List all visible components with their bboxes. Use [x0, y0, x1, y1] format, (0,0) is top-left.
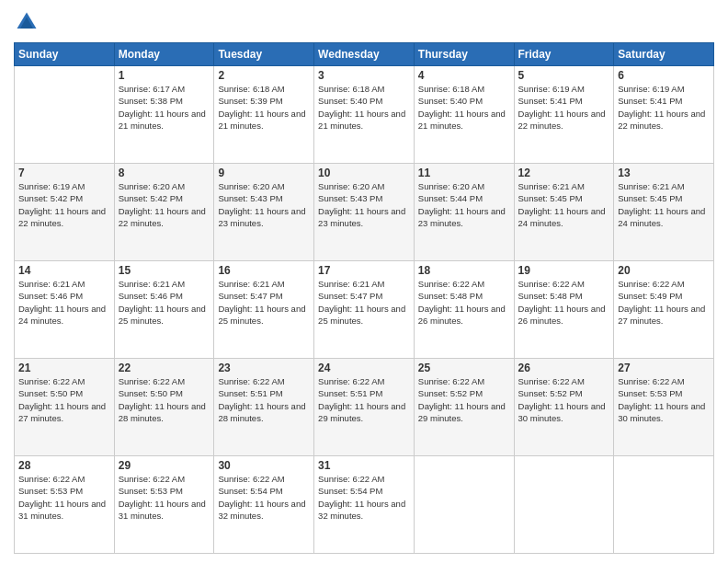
day-cell: 15Sunrise: 6:21 AMSunset: 5:46 PMDayligh… — [114, 261, 214, 359]
day-cell: 3Sunrise: 6:18 AMSunset: 5:40 PMDaylight… — [314, 66, 415, 164]
day-info: Sunrise: 6:21 AMSunset: 5:46 PMDaylight:… — [119, 278, 210, 327]
day-number: 21 — [18, 362, 110, 374]
day-cell: 30Sunrise: 6:22 AMSunset: 5:54 PMDayligh… — [214, 456, 314, 554]
day-info: Sunrise: 6:21 AMSunset: 5:45 PMDaylight:… — [518, 180, 610, 229]
day-number: 3 — [318, 69, 410, 82]
day-number: 14 — [18, 264, 110, 277]
day-number: 6 — [618, 69, 710, 82]
day-number: 10 — [318, 167, 410, 179]
day-cell — [15, 66, 115, 164]
day-cell: 7Sunrise: 6:19 AMSunset: 5:42 PMDaylight… — [15, 164, 115, 261]
day-info: Sunrise: 6:22 AMSunset: 5:53 PMDaylight:… — [119, 473, 210, 522]
day-number: 26 — [518, 362, 610, 374]
day-info: Sunrise: 6:19 AMSunset: 5:41 PMDaylight:… — [618, 83, 710, 132]
day-info: Sunrise: 6:22 AMSunset: 5:49 PMDaylight:… — [618, 278, 710, 327]
day-number: 7 — [18, 167, 110, 179]
day-cell: 16Sunrise: 6:21 AMSunset: 5:47 PMDayligh… — [214, 261, 314, 359]
day-number: 12 — [518, 167, 610, 179]
day-cell: 29Sunrise: 6:22 AMSunset: 5:53 PMDayligh… — [114, 456, 214, 554]
day-number: 28 — [18, 459, 110, 472]
header-cell-tuesday: Tuesday — [214, 43, 314, 66]
day-cell: 19Sunrise: 6:22 AMSunset: 5:48 PMDayligh… — [514, 261, 614, 359]
day-cell: 27Sunrise: 6:22 AMSunset: 5:53 PMDayligh… — [614, 359, 714, 456]
day-info: Sunrise: 6:22 AMSunset: 5:50 PMDaylight:… — [119, 375, 210, 424]
logo — [14, 9, 43, 35]
day-info: Sunrise: 6:22 AMSunset: 5:50 PMDaylight:… — [18, 375, 110, 424]
day-cell: 12Sunrise: 6:21 AMSunset: 5:45 PMDayligh… — [514, 164, 614, 261]
day-info: Sunrise: 6:21 AMSunset: 5:45 PMDaylight:… — [618, 180, 710, 229]
day-number: 18 — [418, 264, 510, 277]
day-cell: 14Sunrise: 6:21 AMSunset: 5:46 PMDayligh… — [15, 261, 115, 359]
day-number: 8 — [119, 167, 210, 179]
day-info: Sunrise: 6:18 AMSunset: 5:40 PMDaylight:… — [318, 83, 410, 132]
day-cell: 26Sunrise: 6:22 AMSunset: 5:52 PMDayligh… — [514, 359, 614, 456]
day-info: Sunrise: 6:18 AMSunset: 5:39 PMDaylight:… — [218, 83, 310, 132]
calendar-header-row: SundayMondayTuesdayWednesdayThursdayFrid… — [15, 43, 714, 66]
day-info: Sunrise: 6:20 AMSunset: 5:44 PMDaylight:… — [418, 180, 510, 229]
day-info: Sunrise: 6:22 AMSunset: 5:51 PMDaylight:… — [218, 375, 310, 424]
day-number: 11 — [418, 167, 510, 179]
day-cell: 23Sunrise: 6:22 AMSunset: 5:51 PMDayligh… — [214, 359, 314, 456]
day-cell: 31Sunrise: 6:22 AMSunset: 5:54 PMDayligh… — [314, 456, 415, 554]
day-info: Sunrise: 6:17 AMSunset: 5:38 PMDaylight:… — [119, 83, 210, 132]
day-info: Sunrise: 6:21 AMSunset: 5:46 PMDaylight:… — [18, 278, 110, 327]
day-info: Sunrise: 6:20 AMSunset: 5:43 PMDaylight:… — [318, 180, 410, 229]
day-cell — [514, 456, 614, 554]
header — [14, 9, 714, 35]
day-cell — [414, 456, 514, 554]
day-number: 24 — [318, 362, 410, 374]
week-row-0: 1Sunrise: 6:17 AMSunset: 5:38 PMDaylight… — [15, 66, 714, 164]
day-number: 4 — [418, 69, 510, 82]
page: SundayMondayTuesdayWednesdayThursdayFrid… — [0, 0, 728, 563]
week-row-4: 28Sunrise: 6:22 AMSunset: 5:53 PMDayligh… — [15, 456, 714, 554]
day-cell: 18Sunrise: 6:22 AMSunset: 5:48 PMDayligh… — [414, 261, 514, 359]
day-number: 19 — [518, 264, 610, 277]
day-number: 5 — [518, 69, 610, 82]
header-cell-saturday: Saturday — [614, 43, 714, 66]
day-info: Sunrise: 6:22 AMSunset: 5:48 PMDaylight:… — [518, 278, 610, 327]
day-info: Sunrise: 6:22 AMSunset: 5:52 PMDaylight:… — [418, 375, 510, 424]
day-number: 15 — [119, 264, 210, 277]
day-cell: 28Sunrise: 6:22 AMSunset: 5:53 PMDayligh… — [15, 456, 115, 554]
day-info: Sunrise: 6:19 AMSunset: 5:41 PMDaylight:… — [518, 83, 610, 132]
day-number: 20 — [618, 264, 710, 277]
day-info: Sunrise: 6:21 AMSunset: 5:47 PMDaylight:… — [318, 278, 410, 327]
day-cell: 6Sunrise: 6:19 AMSunset: 5:41 PMDaylight… — [614, 66, 714, 164]
day-number: 22 — [119, 362, 210, 374]
day-number: 25 — [418, 362, 510, 374]
day-number: 9 — [218, 167, 310, 179]
day-cell: 5Sunrise: 6:19 AMSunset: 5:41 PMDaylight… — [514, 66, 614, 164]
day-cell: 2Sunrise: 6:18 AMSunset: 5:39 PMDaylight… — [214, 66, 314, 164]
day-info: Sunrise: 6:18 AMSunset: 5:40 PMDaylight:… — [418, 83, 510, 132]
day-cell: 22Sunrise: 6:22 AMSunset: 5:50 PMDayligh… — [114, 359, 214, 456]
day-cell: 9Sunrise: 6:20 AMSunset: 5:43 PMDaylight… — [214, 164, 314, 261]
logo-icon — [14, 9, 40, 35]
day-cell: 13Sunrise: 6:21 AMSunset: 5:45 PMDayligh… — [614, 164, 714, 261]
day-cell: 8Sunrise: 6:20 AMSunset: 5:42 PMDaylight… — [114, 164, 214, 261]
day-number: 27 — [618, 362, 710, 374]
day-cell: 1Sunrise: 6:17 AMSunset: 5:38 PMDaylight… — [114, 66, 214, 164]
day-cell: 11Sunrise: 6:20 AMSunset: 5:44 PMDayligh… — [414, 164, 514, 261]
day-info: Sunrise: 6:19 AMSunset: 5:42 PMDaylight:… — [18, 180, 110, 229]
header-cell-monday: Monday — [114, 43, 214, 66]
day-info: Sunrise: 6:21 AMSunset: 5:47 PMDaylight:… — [218, 278, 310, 327]
day-number: 16 — [218, 264, 310, 277]
day-cell: 17Sunrise: 6:21 AMSunset: 5:47 PMDayligh… — [314, 261, 415, 359]
calendar-table: SundayMondayTuesdayWednesdayThursdayFrid… — [14, 42, 714, 554]
header-cell-thursday: Thursday — [414, 43, 514, 66]
day-number: 13 — [618, 167, 710, 179]
day-info: Sunrise: 6:22 AMSunset: 5:53 PMDaylight:… — [618, 375, 710, 424]
day-cell: 20Sunrise: 6:22 AMSunset: 5:49 PMDayligh… — [614, 261, 714, 359]
day-number: 2 — [218, 69, 310, 82]
day-number: 31 — [318, 459, 410, 472]
day-cell: 25Sunrise: 6:22 AMSunset: 5:52 PMDayligh… — [414, 359, 514, 456]
header-cell-sunday: Sunday — [15, 43, 115, 66]
day-number: 30 — [218, 459, 310, 472]
week-row-2: 14Sunrise: 6:21 AMSunset: 5:46 PMDayligh… — [15, 261, 714, 359]
day-cell — [614, 456, 714, 554]
day-number: 23 — [218, 362, 310, 374]
header-cell-friday: Friday — [514, 43, 614, 66]
day-info: Sunrise: 6:22 AMSunset: 5:51 PMDaylight:… — [318, 375, 410, 424]
day-number: 1 — [119, 69, 210, 82]
day-cell: 10Sunrise: 6:20 AMSunset: 5:43 PMDayligh… — [314, 164, 415, 261]
